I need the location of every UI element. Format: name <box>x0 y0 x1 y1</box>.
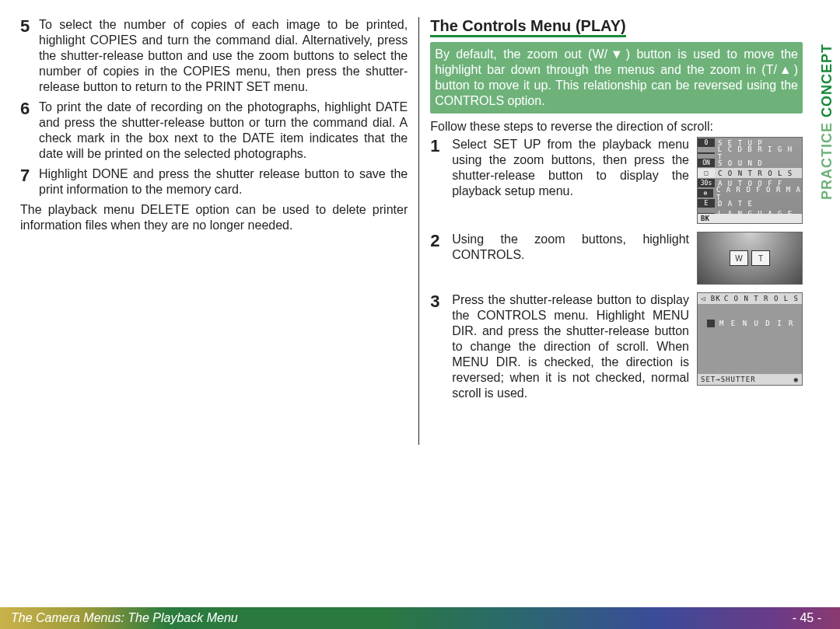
section-heading: The Controls Menu (PLAY) <box>430 17 625 37</box>
step-6: 6 To print the date of recording on the … <box>20 100 408 162</box>
zoom-t-icon: T <box>751 250 770 266</box>
step-number: 6 <box>20 100 39 117</box>
lcd-row-label: C A R D F O R M A T <box>713 186 802 201</box>
left-column: 5 To select the number of copies of each… <box>20 17 408 445</box>
lcd-row-label: S O U N D <box>715 159 763 167</box>
lcd-back-icon: ◁ BK <box>701 295 721 302</box>
step-text: Select SET UP from the playback menu usi… <box>452 137 692 199</box>
step-number: 3 <box>430 292 447 310</box>
column-divider <box>418 17 419 445</box>
lcd-row: ⊕C A R D F O R M A T <box>698 188 802 198</box>
lcd-footer: SET→SHUTTER ◉ <box>698 374 802 385</box>
side-tab-label: PRACTICE CONCEPT <box>819 44 835 200</box>
lcd-row-label: D A T E <box>715 200 753 208</box>
lcd-header-title: C O N T R O L S <box>724 295 799 302</box>
step-text: To select the number of copies of each i… <box>39 17 408 95</box>
step-number: 5 <box>20 17 39 35</box>
step-text: To print the date of recording on the ph… <box>39 100 408 162</box>
intro-callout: By default, the zoom out (W/▼) button is… <box>430 42 803 114</box>
lcd-row-tag: 0 <box>698 138 715 147</box>
page-body: 5 To select the number of copies of each… <box>0 0 840 445</box>
checkbox-icon <box>707 320 715 327</box>
left-tail-paragraph: The playback menu DELETE option can be u… <box>20 202 408 233</box>
lcd-row: L C D B R I G H T <box>698 148 802 158</box>
lcd-controls-menu: ◁ BK C O N T R O L S M E N U D I R SET→S… <box>697 292 803 386</box>
lcd-menu-dir-label: M E N U D I R <box>719 320 794 327</box>
footer-title: The Camera Menus: The Playback Menu <box>11 611 238 625</box>
page-footer: The Camera Menus: The Playback Menu - 45… <box>0 607 840 629</box>
lcd-row: □C O N T R O L S <box>698 168 802 178</box>
right-step-1: 1 Select SET UP from the playback menu u… <box>430 137 803 224</box>
lcd-footer-text: SET→SHUTTER <box>701 376 756 383</box>
lcd-bk-label: BK <box>698 214 802 223</box>
step-7: 7 Highlight DONE and press the shutter r… <box>20 166 408 197</box>
lcd-setup-menu: 0S E T U PL C D B R I G H TONS O U N D□C… <box>697 137 803 224</box>
lcd-shutter-icon: ◉ <box>794 376 799 383</box>
lcd-row-tag <box>698 152 715 154</box>
lcd-row-label: C O N T R O L S <box>715 169 793 177</box>
right-column: The Controls Menu (PLAY) By default, the… <box>430 17 818 445</box>
lcd-row-tag: ON <box>698 159 715 167</box>
step-number: 2 <box>430 232 447 250</box>
lcd-row-tag: □ <box>698 169 715 177</box>
lcd-row-tag: E <box>698 199 715 208</box>
lcd-row-tag: 30s <box>698 179 715 187</box>
right-step-3: 3 Press the shutter-release button to di… <box>430 292 803 401</box>
lcd-menu-dir-item: M E N U D I R <box>698 304 802 327</box>
follow-text: Follow these steps to reverse the direct… <box>430 120 803 134</box>
step-text: Highlight DONE and press the shutter rel… <box>39 166 408 197</box>
lcd-zoom-buttons: W T <box>697 232 803 285</box>
lcd-row-tag: ⊕ <box>698 189 713 197</box>
footer-page-number: - 45 - <box>793 611 821 625</box>
lcd-header: ◁ BK C O N T R O L S <box>698 293 802 304</box>
lcd-row-label: L C D B R I G H T <box>715 145 802 161</box>
step-text: Press the shutter-release button to disp… <box>452 292 692 401</box>
step-5: 5 To select the number of copies of each… <box>20 17 408 95</box>
step-number: 1 <box>430 137 447 155</box>
right-step-2: 2 Using the zoom buttons, highlight CONT… <box>430 232 803 285</box>
zoom-w-icon: W <box>730 250 748 266</box>
step-number: 7 <box>20 166 39 184</box>
step-text: Using the zoom buttons, highlight CONTRO… <box>452 232 692 263</box>
